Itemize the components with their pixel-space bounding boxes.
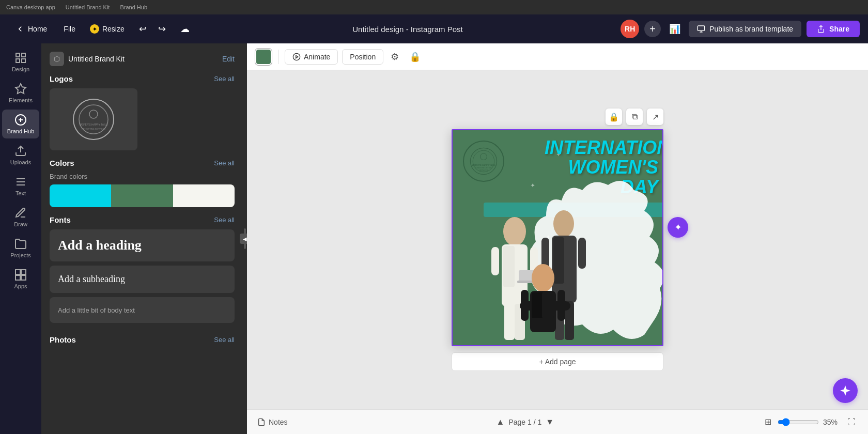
projects-label: Projects: [10, 252, 31, 258]
canvas-top-controls: 🔒 ⧉ ↗: [452, 109, 663, 125]
brand-panel-header: ⬡ Untitled Brand Kit Edit: [50, 52, 235, 66]
svg-rect-34: [564, 237, 575, 284]
color-swatches: [50, 184, 235, 207]
coin-icon: ✦: [90, 24, 99, 34]
main-toolbar: Home File ✦ Resize ↩ ↪ ☁ Untitled design…: [0, 14, 868, 43]
uploads-icon: [14, 145, 27, 157]
main-layout: Design Elements Brand Hub Uploads Text D…: [0, 43, 868, 434]
color-swatch-green[interactable]: [111, 184, 173, 207]
home-label: Home: [28, 25, 47, 33]
brand-kit-edit-button[interactable]: Edit: [222, 55, 235, 63]
logo-preview[interactable]: WEFER'S HAPPY TAILS PET-SITTING SERVICES: [50, 88, 137, 150]
panel-resize-handle[interactable]: ◀: [243, 43, 247, 434]
toolbar-separator: [278, 50, 278, 64]
copy-canvas-button[interactable]: ⧉: [626, 109, 643, 125]
home-button[interactable]: Home: [8, 21, 54, 37]
color-swatch-offwhite[interactable]: [173, 184, 235, 207]
text-label: Text: [16, 190, 26, 196]
subheading-font-sample[interactable]: Add a subheading: [50, 266, 235, 293]
color-swatch-cyan[interactable]: [50, 184, 111, 207]
bottom-bar: Notes ▲ Page 1 / 1 ▼ ⊞ 35% ⛶: [247, 409, 868, 434]
analytics-button[interactable]: 📊: [666, 20, 684, 38]
ai-refresh-button[interactable]: ✦: [668, 217, 688, 238]
share-label: Share: [829, 25, 849, 33]
logo-stamp-circle: WEFER'S HAPPY TAILS HONEST PET-SITTING S…: [463, 141, 504, 182]
notes-button[interactable]: Notes: [257, 418, 288, 426]
canvas-scroll-area[interactable]: 🔒 ⧉ ↗ ✦ ✦ ✦ ✦ ✦: [247, 70, 868, 409]
brand-kit-name: Untitled Brand Kit: [68, 55, 125, 63]
notes-icon: [257, 418, 266, 426]
user-avatar-button[interactable]: RH: [621, 20, 639, 38]
add-page-button[interactable]: + Add page: [452, 352, 663, 371]
canvas-controls-container: 🔒 ⧉ ↗ ✦ ✦ ✦ ✦ ✦: [452, 109, 663, 346]
notes-label: Notes: [269, 418, 288, 426]
fit-page-button[interactable]: ⊞: [763, 415, 773, 429]
colors-section: Colors See all Brand colors: [50, 159, 235, 207]
svg-rect-3: [16, 59, 20, 63]
photos-see-all-button[interactable]: See all: [214, 336, 235, 344]
active-color-indicator[interactable]: [255, 49, 272, 65]
undo-button[interactable]: ↩: [134, 20, 152, 38]
page-down-button[interactable]: ▼: [546, 417, 554, 427]
brand-panel: ⬡ Untitled Brand Kit Edit Logos See all …: [41, 43, 243, 434]
fonts-section-header: Fonts See all: [50, 215, 235, 224]
svg-point-14: [293, 53, 300, 60]
lock-button[interactable]: 🔒: [406, 48, 424, 66]
export-canvas-button[interactable]: ↗: [647, 109, 663, 125]
svg-point-11: [89, 110, 98, 118]
sidebar-item-elements[interactable]: Elements: [2, 79, 39, 107]
lock-canvas-button[interactable]: 🔒: [606, 109, 622, 125]
logo-stamp-svg: WEFER'S HAPPY TAILS HONEST PET-SITTING S…: [469, 143, 498, 179]
system-bar-app-name: Canva desktop app: [6, 4, 55, 10]
svg-text:WEFER'S HAPPY TAILS: WEFER'S HAPPY TAILS: [79, 123, 108, 126]
colors-see-all-button[interactable]: See all: [214, 159, 235, 167]
system-bar-brand-kit: Untitled Brand Kit: [66, 4, 110, 10]
svg-text:PET-SITTING SERVICES: PET-SITTING SERVICES: [82, 128, 105, 130]
sidebar-item-design[interactable]: Design: [2, 48, 39, 76]
svg-rect-7: [21, 270, 26, 274]
sidebar-item-apps[interactable]: Apps: [2, 265, 39, 293]
apps-label: Apps: [14, 283, 27, 289]
fonts-section: Fonts See all Add a heading Add a subhea…: [50, 215, 235, 327]
logos-see-all-button[interactable]: See all: [214, 75, 235, 83]
sidebar-item-uploads[interactable]: Uploads: [2, 141, 39, 169]
sidebar-item-draw[interactable]: Draw: [2, 203, 39, 231]
share-icon: [817, 25, 825, 33]
animate-button[interactable]: Animate: [285, 49, 338, 65]
logos-section-title: Logos: [50, 74, 73, 83]
publish-brand-template-button[interactable]: Publish as brand template: [689, 21, 801, 37]
women-svg: [463, 190, 659, 345]
resize-button[interactable]: ✦ Resize: [85, 21, 130, 37]
colors-section-header: Colors See all: [50, 159, 235, 167]
page-up-button[interactable]: ▲: [497, 417, 505, 427]
position-button[interactable]: Position: [342, 49, 383, 65]
design-canvas[interactable]: ✦ ✦ ✦ ✦ ✦ WEFER'S: [452, 129, 663, 346]
sidebar-item-text[interactable]: Text: [2, 172, 39, 200]
svg-rect-25: [504, 304, 515, 340]
fullscreen-button[interactable]: ⛶: [845, 415, 858, 429]
sidebar-item-brand-hub[interactable]: Brand Hub: [2, 110, 39, 138]
share-button[interactable]: Share: [807, 21, 860, 37]
svg-point-17: [481, 153, 487, 160]
redo-button[interactable]: ↪: [153, 20, 171, 38]
file-button[interactable]: File: [58, 22, 81, 36]
toolbar-center: Untitled design - Instagram Post: [199, 25, 616, 34]
svg-rect-27: [491, 247, 499, 275]
colors-section-title: Colors: [50, 159, 74, 167]
sidebar: Design Elements Brand Hub Uploads Text D…: [0, 43, 41, 434]
add-collaborator-button[interactable]: +: [644, 21, 661, 37]
brand-kit-title: ⬡ Untitled Brand Kit: [50, 52, 125, 66]
sidebar-item-projects[interactable]: Projects: [2, 234, 39, 262]
file-label: File: [64, 25, 75, 33]
heading-font-sample[interactable]: Add a heading: [50, 229, 235, 261]
cloud-save-button[interactable]: ☁: [175, 20, 195, 38]
svg-point-31: [553, 210, 574, 237]
svg-rect-0: [698, 26, 705, 30]
more-tools-button[interactable]: ⚙: [388, 48, 402, 66]
toolbar-right: RH + 📊 Publish as brand template Share: [621, 20, 860, 38]
zoom-slider[interactable]: [778, 418, 819, 426]
svg-rect-23: [503, 246, 515, 287]
body-font-sample[interactable]: Add a little bit of body text: [50, 297, 235, 323]
fonts-see-all-button[interactable]: See all: [214, 216, 235, 224]
magic-assistant-button[interactable]: [833, 378, 858, 403]
